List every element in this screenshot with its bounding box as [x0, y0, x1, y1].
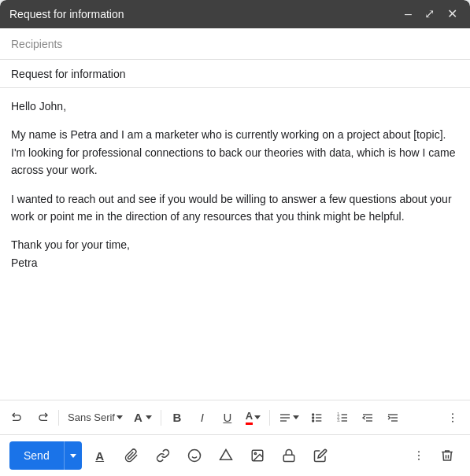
email-body[interactable]: Hello John, My name is Petra and I am a …: [0, 88, 470, 400]
bullet-list-button[interactable]: [306, 407, 328, 429]
svg-rect-30: [283, 455, 294, 461]
svg-point-29: [254, 452, 256, 454]
signature-button[interactable]: [307, 442, 334, 469]
underline-button[interactable]: U: [216, 407, 239, 429]
more-options-icon: [413, 449, 425, 462]
bold-button[interactable]: B: [166, 407, 188, 429]
text-color-icon: A: [246, 410, 253, 425]
svg-point-31: [418, 451, 420, 452]
svg-point-22: [452, 417, 453, 419]
toolbar-sep-1: [58, 410, 59, 426]
text-color-chevron-icon: [254, 415, 261, 419]
bottom-left-actions: Send A: [9, 441, 334, 470]
svg-point-8: [313, 420, 314, 422]
subject-text: Request for information: [11, 68, 126, 80]
text-color-dropdown[interactable]: A: [242, 407, 265, 428]
indent-more-icon: [387, 411, 399, 424]
window-title: Request for information: [9, 8, 124, 20]
undo-button[interactable]: [6, 407, 28, 429]
link-icon: [156, 448, 170, 463]
number-list-icon: 1.2.3.: [336, 411, 349, 424]
send-button[interactable]: Send: [9, 441, 64, 470]
italic-button[interactable]: I: [191, 407, 213, 429]
font-size-dropdown[interactable]: A: [130, 408, 156, 427]
bottom-right-actions: [405, 442, 461, 469]
svg-point-23: [452, 420, 453, 422]
confidential-mode-button[interactable]: [276, 442, 302, 469]
insert-emoji-button[interactable]: [181, 442, 208, 469]
attach-file-button[interactable]: [118, 442, 145, 469]
trash-icon: [440, 448, 454, 463]
italic-icon: I: [201, 411, 204, 424]
indent-more-button[interactable]: [382, 407, 404, 429]
svg-point-21: [452, 413, 453, 415]
body-paragraph-1: My name is Petra and I am a marketer who…: [11, 126, 459, 179]
font-family-chevron-icon: [117, 415, 123, 419]
body-greeting: Hello John,: [11, 98, 459, 115]
compose-window: Request for information – ⤢ ✕ Recipients…: [0, 0, 470, 476]
send-dropdown-button[interactable]: [64, 441, 82, 470]
paperclip-icon: [124, 448, 139, 463]
text-formatting-button[interactable]: A: [87, 442, 113, 469]
lock-icon: [282, 448, 296, 463]
font-size-chevron-icon: [146, 415, 152, 419]
signature-icon: [313, 448, 328, 463]
svg-point-33: [418, 459, 420, 460]
more-formatting-icon: [446, 411, 459, 424]
more-formatting-button[interactable]: [442, 407, 464, 429]
bottom-bar: Send A: [0, 434, 470, 476]
recipients-row[interactable]: Recipients: [0, 28, 470, 60]
svg-text:3.: 3.: [338, 419, 341, 422]
bullet-list-icon: [311, 411, 324, 424]
drive-icon: [219, 448, 233, 463]
insert-photo-button[interactable]: [244, 442, 271, 469]
body-paragraph-2: I wanted to reach out and see if you wou…: [11, 190, 459, 226]
photo-icon: [250, 448, 265, 463]
align-icon: [279, 411, 291, 424]
insert-drive-button[interactable]: [213, 442, 239, 469]
toolbar-sep-2: [161, 410, 161, 426]
svg-point-32: [418, 455, 420, 456]
font-family-label: Sans Serif: [68, 411, 115, 423]
svg-point-7: [313, 417, 314, 419]
send-chevron-icon: [70, 454, 76, 458]
recipients-placeholder: Recipients: [11, 38, 62, 50]
title-bar-actions: – ⤢ ✕: [402, 6, 461, 22]
redo-button[interactable]: [31, 407, 54, 429]
title-bar: Request for information – ⤢ ✕: [0, 0, 470, 28]
minimize-button[interactable]: –: [402, 6, 415, 22]
svg-point-24: [188, 450, 200, 462]
close-button[interactable]: ✕: [444, 6, 461, 22]
align-chevron-icon: [293, 415, 299, 419]
svg-point-6: [313, 414, 314, 415]
formatting-toolbar: Sans Serif A B I U A: [0, 400, 470, 434]
svg-marker-27: [220, 450, 231, 460]
send-group: Send: [9, 441, 82, 470]
align-dropdown[interactable]: [275, 408, 303, 427]
font-family-dropdown[interactable]: Sans Serif: [64, 408, 127, 426]
font-size-label: A: [134, 411, 142, 424]
discard-button[interactable]: [434, 442, 461, 469]
insert-link-button[interactable]: [150, 442, 176, 469]
more-options-button[interactable]: [405, 442, 432, 469]
expand-button[interactable]: ⤢: [421, 6, 438, 22]
text-formatting-icon: A: [95, 449, 104, 463]
indent-less-button[interactable]: [357, 407, 379, 429]
underline-icon: U: [223, 411, 231, 424]
subject-row[interactable]: Request for information: [0, 60, 470, 88]
number-list-button[interactable]: 1.2.3.: [331, 407, 353, 429]
emoji-icon: [187, 448, 202, 463]
indent-less-icon: [361, 411, 374, 424]
bold-icon: B: [172, 411, 181, 424]
body-closing: Thank you for your time,Petra: [11, 236, 459, 271]
toolbar-sep-3: [269, 410, 270, 426]
